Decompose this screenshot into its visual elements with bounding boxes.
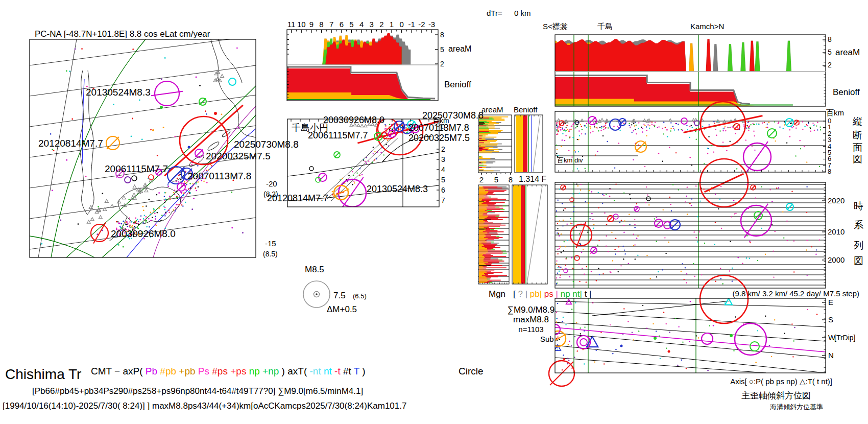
tick-label: 列 [854, 240, 863, 251]
dtr-label: dTr= [487, 9, 502, 17]
axis-note: Axis[ ○:P( pb ps np) △:T( t nt)] [730, 377, 832, 386]
tick-label: 8 [828, 35, 832, 43]
tick-label: 4 [441, 166, 445, 174]
tick-label: N [828, 351, 834, 360]
map-event-label-20250730: 20250730M8.8 [234, 139, 299, 150]
mag-legend-top: M8.5 [305, 265, 324, 274]
right-depth-unit: 百km [826, 108, 844, 117]
xsec-event-label-20061115: 20061115M7.7 [308, 130, 368, 140]
mag-legend-mid-small: (6.5) [353, 292, 367, 300]
tick-label: 3 [370, 20, 374, 29]
depth-benioff-chart [516, 115, 540, 172]
right-benioff-chart [555, 72, 793, 106]
tick-label: 8 [440, 31, 444, 39]
depth-areaM-chart [478, 116, 512, 171]
xsec-event-label-20120814: 20120814M7.7 [267, 193, 328, 203]
tick-label: 7 [441, 196, 445, 204]
top-benioff-chart [287, 67, 435, 100]
dtr-value: 0 km [514, 9, 531, 17]
xsec-event-label-20130524: 20130524M8.3 [367, 184, 428, 194]
stats-line: [Pb66#pb45+pb34Ps290#ps258+ps96np80nt44-… [32, 386, 363, 396]
tick-label: 2 [440, 60, 444, 68]
tick-label: 2000 [828, 255, 845, 264]
sum-moment-label: ∑M9.0/M8.9 [508, 305, 554, 315]
panel-frames [30, 30, 826, 373]
tick-label: 2 [379, 20, 383, 29]
tick-label: 図 [854, 255, 863, 266]
tick-label: 時 [854, 201, 863, 211]
tick-label: 2 [479, 175, 484, 184]
trdip-label: [TrDip] [834, 334, 855, 342]
tick-label: -1 [408, 20, 415, 29]
section-div-label: 百km div [557, 156, 583, 164]
region-label-chishima: 千島 [597, 22, 613, 31]
tick-label: 8 [828, 168, 831, 175]
xsec-event-label-20030926: 20030926M8.0 [323, 115, 384, 125]
tick-label: 7 [329, 20, 333, 29]
app-canvas: 11109876543210-1-2-385202345672588520123… [0, 0, 868, 424]
tick-label: 2010 [828, 227, 845, 236]
right-section-canvas [555, 111, 826, 172]
map-event-label-20061115: 20061115M7.7 [105, 163, 168, 174]
tick-label: 2020 [828, 196, 845, 205]
region-label-kamchatka: Kamch>N [690, 22, 724, 31]
right-areaM-label: areaM [835, 48, 860, 57]
cmt-legend-line: CMT − axP( Pb #pb +pb Ps #ps +ps np +np … [91, 366, 366, 376]
trdip-panel-subtitle: 海溝傾斜方位基準 [770, 403, 823, 411]
tick-label: 10 [297, 20, 306, 29]
tick-label: 0 [399, 20, 403, 29]
overlay-annotations [549, 102, 771, 386]
map-event-label-20200325: 20200325M7.5 [206, 151, 271, 161]
tick-label: 5 [441, 176, 445, 184]
tick-label: 面 [853, 142, 862, 153]
mgn-label: Mgn [489, 289, 505, 299]
seismicity-analysis-window: 11109876543210-1-2-385202345672588520123… [0, 0, 868, 424]
right-timeseries-canvas [555, 182, 826, 288]
top-areaM-label: areaM [448, 44, 471, 53]
step-parameters-label: (9.8 km/ 3.2 km/ 45.2 day/ M7.5 step) [733, 289, 859, 298]
tick-label: 6 [441, 186, 445, 194]
right-trdip-frame [555, 298, 826, 373]
tick-label: -3 [428, 20, 435, 29]
tick-label: 4 [359, 20, 364, 29]
tick-label: 5 [440, 45, 444, 54]
map-event-label-20070113: 20070113M7.8 [187, 171, 251, 181]
right-benioff-label: Benioff [833, 87, 860, 97]
mid-benioff-label: Benioff [514, 105, 538, 114]
tick-label: E [828, 298, 833, 307]
f-cumulative-chart [513, 185, 542, 284]
tick-label: 2 [828, 61, 832, 69]
range-line: [1994/10/16(14:10)-2025/7/30( 8:24)] ] m… [3, 401, 406, 411]
trdip-panel-title: 主歪軸傾斜方位図 [741, 391, 811, 401]
mid-areaM-label: areaM [481, 105, 503, 114]
tick-label: 図 [853, 154, 862, 164]
region-label-south: S<襟裳 [543, 22, 568, 31]
scale-value-2: -15 [265, 239, 276, 248]
tick-label: 8 [319, 20, 323, 29]
f-axis-label: 1.314 F [519, 175, 546, 183]
magnitude-time-chart [478, 186, 512, 283]
region-name-title: Chishima Tr [5, 366, 81, 382]
scale-sub-2: (8.5) [263, 250, 278, 258]
top-benioff-label: Benioff [444, 80, 471, 89]
map-event-label-20130524: 20130524M8.3 [86, 87, 151, 98]
tick-label: 断 [853, 130, 862, 140]
tick-label: 5 [494, 175, 498, 184]
map-title: PC-NA [-48.7N+101.8E] 8.8 cos eLat cm/ye… [35, 29, 210, 39]
tick-label: 11 [287, 20, 296, 29]
event-count-label: n=1103 [518, 325, 543, 334]
tick-label: 8 [509, 175, 513, 184]
map-event-label-20030926: 20030926M8.0 [111, 228, 176, 239]
tick-label: S [828, 315, 833, 324]
mag-scale-symbol [303, 281, 330, 308]
top-areaM-chart [322, 33, 411, 65]
tick-label: 2 [441, 145, 445, 153]
circle-label: Circle [459, 366, 484, 376]
type-legend: [ ? | pb| ps | np nt| t | [513, 289, 592, 299]
mag-legend-mid: 7.5 [333, 291, 346, 300]
max-magnitude-label: maxM8.8 [513, 315, 549, 324]
map-event-label-20120814: 20120814M7.7 [38, 138, 103, 149]
xsec-event-label-20070113: 20070113M7.8 [408, 123, 469, 133]
sub-label: Sub [540, 335, 554, 343]
right-section-frame [555, 111, 826, 172]
